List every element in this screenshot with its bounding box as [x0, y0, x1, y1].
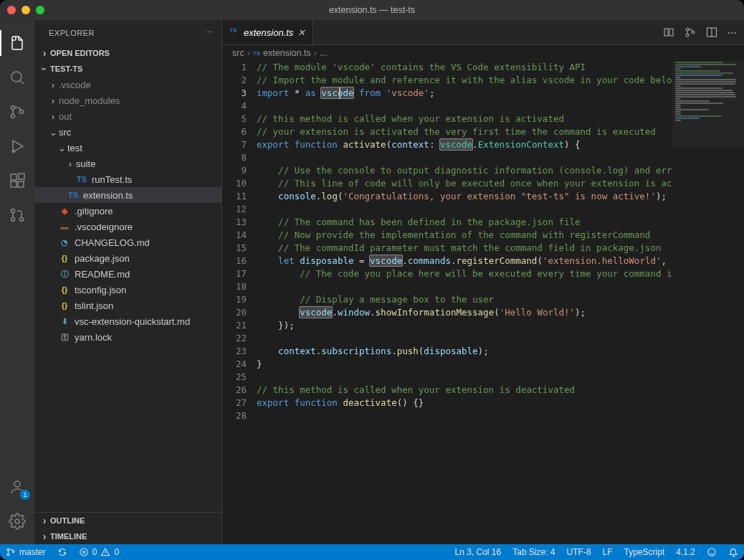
- activity-account-icon[interactable]: 1: [0, 470, 34, 504]
- code-line[interactable]: // Display a message box to the user: [257, 293, 672, 306]
- section-project[interactable]: › TEST-TS: [34, 61, 221, 77]
- code-line[interactable]: [257, 332, 672, 345]
- tab-extension-ts[interactable]: TS extension.ts ✕: [222, 20, 313, 44]
- code-line[interactable]: [257, 151, 672, 164]
- close-tab-icon[interactable]: ✕: [297, 27, 305, 38]
- chevron-right-icon: ›: [65, 158, 76, 169]
- breadcrumb-item[interactable]: ...: [320, 48, 327, 58]
- code-line[interactable]: [257, 371, 672, 384]
- code-line[interactable]: // Now provide the implementation of the…: [257, 229, 672, 242]
- status-feedback-icon[interactable]: [701, 544, 722, 560]
- code-line[interactable]: // The code you place here will be execu…: [257, 267, 672, 280]
- section-timeline[interactable]: › TIMELINE: [34, 528, 221, 544]
- code-line[interactable]: [257, 409, 672, 422]
- sidebar-more-icon[interactable]: ⋯: [205, 28, 214, 37]
- code-content[interactable]: // The module 'vscode' contains the VS C…: [257, 61, 672, 544]
- tree-file[interactable]: TSrunTest.ts: [34, 171, 221, 187]
- tree-folder[interactable]: ›node_modules: [34, 92, 221, 108]
- editor-more-icon[interactable]: ⋯: [728, 27, 737, 38]
- tree-item-label: package.json: [75, 253, 130, 264]
- info-icon: ⓘ: [59, 268, 70, 280]
- code-line[interactable]: console.log('Congratulations, your exten…: [257, 190, 672, 203]
- tree-item-label: .vscodeignore: [75, 222, 133, 232]
- activity-run-icon[interactable]: [0, 129, 34, 163]
- tree-file[interactable]: ⬇vsc-extension-quickstart.md: [34, 313, 221, 329]
- tree-item-label: src: [59, 127, 71, 138]
- tree-item-label: vsc-extension-quickstart.md: [75, 316, 190, 327]
- tree-file[interactable]: ◔CHANGELOG.md: [34, 234, 221, 250]
- json-icon: {}: [59, 284, 70, 295]
- sidebar: EXPLORER ⋯ › OPEN EDITORS › TEST-TS ›.vs…: [34, 20, 222, 544]
- tree-folder[interactable]: ›out: [34, 108, 221, 124]
- code-line[interactable]: export function activate(context: vscode…: [257, 138, 672, 151]
- tree-folder[interactable]: ›suite: [34, 156, 221, 171]
- activity-explorer-icon[interactable]: [0, 26, 34, 60]
- code-line[interactable]: // This line of code will only be execut…: [257, 177, 672, 190]
- breadcrumb-item[interactable]: src: [232, 48, 244, 58]
- tree-folder[interactable]: ⌄src: [34, 124, 221, 140]
- tree-folder[interactable]: ⌄test: [34, 140, 221, 156]
- split-editor-icon[interactable]: [706, 27, 717, 38]
- compare-changes-icon[interactable]: [663, 27, 674, 38]
- status-branch[interactable]: master: [0, 544, 52, 560]
- code-line[interactable]: [257, 203, 672, 216]
- code-line[interactable]: import * as vscode from 'vscode';: [257, 87, 672, 100]
- tree-file[interactable]: ◆.gitignore: [34, 203, 221, 219]
- status-indent[interactable]: Tab Size: 4: [507, 544, 561, 560]
- activity-pr-icon[interactable]: [0, 198, 34, 232]
- tree-folder[interactable]: ›.vscode: [34, 77, 221, 92]
- minimap-slider[interactable]: [672, 61, 744, 147]
- activity-extensions-icon[interactable]: [0, 163, 34, 198]
- status-encoding[interactable]: UTF-8: [561, 544, 597, 560]
- status-ts-version[interactable]: 4.1.2: [670, 544, 701, 560]
- status-problems[interactable]: 0 0: [73, 544, 125, 560]
- code-line[interactable]: export function deactivate() {}: [257, 397, 672, 409]
- chevron-right-icon: ›: [47, 80, 59, 90]
- code-editor[interactable]: 1234567891011121314151617181920212223242…: [222, 61, 672, 544]
- code-line[interactable]: // this method is called when your exten…: [257, 113, 672, 125]
- code-line[interactable]: vscode.window.showInformationMessage('He…: [257, 306, 672, 319]
- section-open-editors[interactable]: › OPEN EDITORS: [34, 45, 221, 61]
- status-language[interactable]: TypeScript: [619, 544, 671, 560]
- code-line[interactable]: [257, 100, 672, 113]
- code-line[interactable]: // The module 'vscode' contains the VS C…: [257, 61, 672, 74]
- minimize-window-button[interactable]: [22, 6, 30, 14]
- file-tree[interactable]: ›.vscode›node_modules›out⌄src⌄test›suite…: [34, 77, 221, 512]
- code-line[interactable]: // Import the module and reference it wi…: [257, 74, 672, 87]
- section-outline[interactable]: › OUTLINE: [34, 513, 221, 528]
- tree-file[interactable]: ⚿yarn.lock: [34, 329, 221, 345]
- activity-scm-icon[interactable]: [0, 95, 34, 129]
- code-line[interactable]: // your extension is activated the very …: [257, 125, 672, 138]
- code-line[interactable]: }: [257, 358, 672, 371]
- code-line[interactable]: context.subscriptions.push(disposable);: [257, 345, 672, 358]
- code-line[interactable]: });: [257, 319, 672, 332]
- minimap[interactable]: [672, 61, 744, 544]
- code-line[interactable]: // Use the console to output diagnostic …: [257, 164, 672, 177]
- code-line[interactable]: let disposable = vscode.commands.registe…: [257, 255, 672, 267]
- activity-settings-icon[interactable]: [0, 504, 34, 538]
- svg-point-22: [7, 554, 9, 556]
- tree-file[interactable]: {}package.json: [34, 250, 221, 266]
- status-sync[interactable]: [52, 544, 73, 560]
- tree-file[interactable]: TSextension.ts: [34, 187, 221, 203]
- tree-file[interactable]: {}tsconfig.json: [34, 282, 221, 298]
- breadcrumbs[interactable]: src › TS extension.ts › ...: [222, 45, 744, 61]
- code-line[interactable]: // The command has been defined in the p…: [257, 216, 672, 229]
- maximize-window-button[interactable]: [36, 6, 44, 14]
- tree-file[interactable]: ⓘREADME.md: [34, 266, 221, 282]
- breadcrumb-item[interactable]: extension.ts: [263, 48, 311, 58]
- code-line[interactable]: // The commandId parameter must match th…: [257, 242, 672, 255]
- status-bell-icon[interactable]: [722, 544, 744, 560]
- code-line[interactable]: [257, 280, 672, 293]
- tree-file[interactable]: ▬.vscodeignore: [34, 219, 221, 234]
- svg-point-18: [692, 31, 695, 34]
- tree-file[interactable]: {}tslint.json: [34, 298, 221, 313]
- ts-icon: TS: [76, 174, 87, 185]
- open-changes-icon[interactable]: [685, 27, 696, 38]
- close-window-button[interactable]: [7, 6, 16, 14]
- chevron-right-icon: ›: [314, 48, 317, 58]
- code-line[interactable]: // this method is called when your exten…: [257, 384, 672, 397]
- activity-search-icon[interactable]: [0, 60, 34, 95]
- status-eol[interactable]: LF: [597, 544, 619, 560]
- status-cursor[interactable]: Ln 3, Col 16: [449, 544, 507, 560]
